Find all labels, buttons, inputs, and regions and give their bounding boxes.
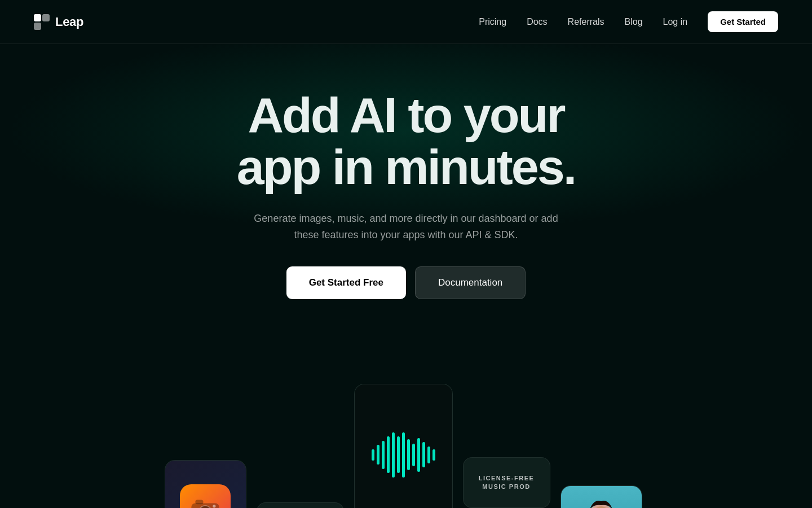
col-3: FILM & VIDEOMUSIC GENS WALLPAPERS: [257, 502, 344, 508]
music-gen-image: [355, 384, 452, 508]
col-5: LICENSE-FREEMUSIC PROD: [463, 457, 550, 508]
woman-svg: [573, 493, 629, 508]
nav-links: Pricing Docs Referrals Blog Log in Get S…: [479, 11, 778, 32]
navbar: Leap Pricing Docs Referrals Blog Log in …: [0, 0, 812, 44]
cards-grid: AVATAR GEN: [34, 367, 778, 508]
headshots-card[interactable]: HEADSHOTS: [561, 485, 642, 508]
get-started-free-button[interactable]: Get Started Free: [286, 266, 406, 299]
svg-rect-2: [34, 23, 41, 30]
svg-rect-16: [195, 500, 203, 505]
nav-blog[interactable]: Blog: [625, 17, 643, 27]
icon-gen-image: [165, 461, 246, 508]
camera-svg: [190, 497, 220, 508]
nav-referrals[interactable]: Referrals: [568, 17, 604, 27]
svg-point-17: [213, 505, 215, 507]
license-free-label: LICENSE-FREEMUSIC PROD: [479, 474, 535, 492]
film-music-card[interactable]: FILM & VIDEOMUSIC GENS: [257, 502, 344, 508]
audio-wave: [360, 421, 447, 489]
hero-subtitle: Generate images, music, and more directl…: [248, 211, 564, 243]
logo-text: Leap: [55, 15, 83, 29]
nav-get-started-button[interactable]: Get Started: [708, 11, 778, 32]
hero-buttons: Get Started Free Documentation: [11, 266, 801, 299]
nav-pricing[interactable]: Pricing: [479, 17, 506, 27]
svg-rect-1: [42, 14, 50, 21]
hero-section: Add AI to your app in minutes. Generate …: [0, 44, 812, 333]
logo-link[interactable]: Leap: [34, 14, 83, 30]
music-gen-card[interactable]: MUSIC GEN: [354, 384, 453, 508]
license-free-card[interactable]: LICENSE-FREEMUSIC PROD: [463, 457, 550, 508]
camera-icon: [180, 484, 231, 508]
col-2: ICON GEN CARTOON PORTRAIT: [165, 460, 246, 508]
headshots-image: [561, 486, 642, 508]
svg-rect-0: [34, 14, 41, 21]
col-6: HEADSHOTS KIDS STORY IMAGES: [561, 485, 642, 508]
nav-docs[interactable]: Docs: [527, 17, 547, 27]
hero-title: Add AI to your app in minutes.: [11, 89, 801, 194]
icon-gen-card[interactable]: ICON GEN: [165, 460, 246, 508]
leap-logo-icon: [34, 14, 50, 30]
documentation-button[interactable]: Documentation: [415, 266, 526, 299]
cards-section: AVATAR GEN: [0, 333, 812, 508]
nav-login[interactable]: Log in: [663, 17, 688, 27]
col-4: MUSIC GEN: [354, 384, 453, 508]
